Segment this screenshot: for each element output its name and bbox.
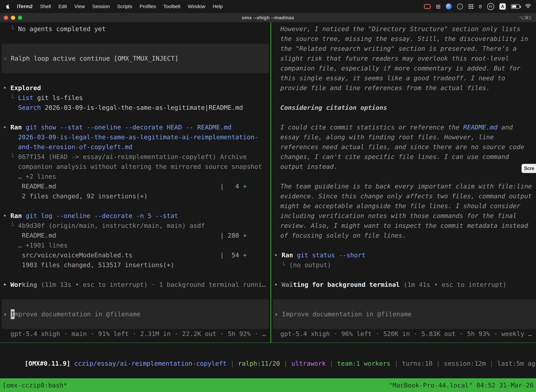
working-status-line: • Working (11m 13s • esc to interrupt) ·… [0, 280, 270, 289]
bullet-icon: • [274, 252, 282, 259]
chevron-icon: › [3, 309, 11, 319]
menu-item-view[interactable]: View [74, 4, 85, 9]
screen-recording-indicator-icon[interactable] [424, 4, 431, 9]
omx-session-label: session:12m [444, 360, 486, 367]
explored-header-line: • Explored [0, 83, 270, 93]
readme-file-link[interactable]: README.md [463, 124, 498, 131]
diffstat-line: README.md | 280 + [0, 231, 270, 240]
dots-grid-icon[interactable] [468, 4, 474, 9]
screen-share-overlay-button[interactable]: Scre [522, 164, 536, 173]
right-terminal-pane[interactable]: However, I noticed the "Directory Struct… [271, 23, 536, 342]
omx-version-label: [OMX#0.11.9] [25, 360, 74, 367]
menu-item-edit[interactable]: Edit [58, 4, 67, 9]
ran-git-status-line: • Ran git status --short [271, 250, 536, 260]
blue-app-icon[interactable] [446, 4, 452, 9]
omx-separator: | [280, 360, 291, 367]
tmux-session-label: [omx-cczip0:bash* [2, 382, 67, 389]
assistant-thinking-paragraph: The team guideline is to back every impo… [271, 182, 536, 240]
omx-branch-label: cczip/essay/ai-reimplementation-copyleft [74, 360, 227, 367]
menu-item-session[interactable]: Session [92, 4, 110, 9]
omx-team-label: team:1 workers [337, 360, 390, 367]
omx-separator: | [326, 360, 337, 367]
apple-icon[interactable] [5, 4, 11, 9]
model-status-line: gpt-5.4 xhigh · 96% left · 520K in · 5.8… [271, 329, 536, 339]
wifi-icon[interactable] [525, 4, 531, 10]
ran-git-log-line: • Ran git log --oneline --decorate -n 5 … [0, 211, 270, 221]
prompt-input[interactable]: › Improve documentation in @filename [273, 299, 536, 329]
window-shortcut-label: ⌥⌘1 [519, 13, 531, 23]
agents-note-line: └ No agents completed yet [0, 24, 270, 34]
explored-search-line: Search 2026-03-09-is-legal-the-same-as-l… [0, 103, 270, 112]
desktop: iTerm2 Shell Edit View Session Scripts P… [0, 0, 536, 392]
omx-status-bar: [OMX#0.11.9] cczip/essay/ai-reimplementa… [2, 349, 536, 359]
battery-percent-badge[interactable]: 61 [487, 3, 494, 10]
window-title: omx --xhigh --madmax [0, 13, 536, 23]
bullet-icon: • [274, 281, 282, 288]
chevron-icon: › [3, 54, 11, 63]
prompt-input[interactable]: › Improve documentation in @filename [2, 299, 269, 329]
diffstat-summary-line: 1903 files changed, 513517 insertions(+) [0, 260, 270, 270]
left-terminal-pane[interactable]: └ No agents completed yet › Ralph loop a… [0, 23, 270, 342]
diffstat-line: src/voice/voiceModeEnabled.ts | 54 + [0, 250, 270, 260]
cmd-output-more-line: … +1901 lines [0, 240, 270, 250]
diffstat-summary-line: 2 files changed, 92 insertions(+) [0, 191, 270, 201]
omx-separator: | [391, 360, 402, 367]
cmd-output-line: └ (no output) [271, 260, 536, 270]
macos-menu-bar: iTerm2 Shell Edit View Session Scripts P… [0, 0, 536, 13]
waiting-status-line: • Waiting for background terminal (1m 41… [271, 280, 536, 289]
tmux-host-clock-label: "MacBook-Pro-44.local" 04:52 31-Mar-26 [389, 382, 534, 389]
explored-list-line: └ List git ls-files [0, 93, 270, 103]
menu-item-toolbelt[interactable]: Toolbelt [163, 4, 180, 9]
input-source-icon[interactable]: A [499, 3, 506, 10]
menu-item-profiles[interactable]: Profiles [140, 4, 156, 9]
omx-turns-label: turns:10 [402, 360, 432, 367]
diffstat-line: README.md | 4 + [0, 182, 270, 191]
menu-item-app[interactable]: iTerm2 [17, 4, 33, 9]
omx-separator: | [227, 360, 238, 367]
omx-separator: | [486, 360, 497, 367]
thinking-section-heading: Considering citation options [271, 103, 536, 112]
dark-app-icon[interactable] [457, 4, 463, 9]
menu-item-window[interactable]: Window [188, 4, 206, 9]
bullet-icon: • [3, 212, 10, 219]
omx-ralph-label: ralph:11/20 [238, 360, 280, 367]
tmux-status-bar: [omx-cczip0:bash* "MacBook-Pro-44.local"… [0, 378, 536, 392]
omx-last-label: last:5m ago [497, 360, 536, 367]
cmd-filename-line: and-the-erosion-of-copyleft.md [0, 142, 270, 152]
numpad-app-icon[interactable]: 8 [479, 4, 482, 9]
cmd-output-line: └ 4b9d30f (origin/main, instructkr/main,… [0, 221, 270, 231]
window-titlebar[interactable]: omx --xhigh --madmax ⌥⌘1 [0, 13, 536, 23]
model-status-line: gpt-5.4 xhigh · main · 91% left · 2.31M … [0, 329, 270, 339]
battery-icon[interactable] [511, 4, 520, 9]
cmd-output-more-line: … +2 lines [0, 172, 270, 182]
assistant-thinking-paragraph: I could cite commit statistics or refere… [271, 122, 536, 172]
menu-item-shell[interactable]: Shell [40, 4, 51, 9]
menu-item-scripts[interactable]: Scripts [117, 4, 132, 9]
bullet-icon: • [3, 124, 10, 131]
bullet-icon: • [3, 281, 10, 288]
ralph-loop-banner: › Ralph loop active continue [OMX_TMUX_I… [2, 44, 269, 73]
chevron-icon: › [274, 309, 282, 319]
ran-git-show-line: • Ran git show --stat --oneline --decora… [0, 122, 270, 132]
omx-separator: | [432, 360, 444, 367]
bullet-icon: • [3, 84, 10, 92]
omx-mode-label: ultrawork [291, 360, 326, 367]
assistant-thinking-paragraph: However, I noticed the "Directory Struct… [271, 24, 536, 93]
terminal-window: └ No agents completed yet › Ralph loop a… [0, 23, 536, 378]
cmd-output-line: └ 067f154 (HEAD -> essay/ai-reimplementa… [0, 152, 270, 162]
cmd-output-line: companion analysis without altering the … [0, 162, 270, 172]
text-cursor: I [11, 309, 14, 319]
status-divider [0, 342, 536, 343]
cmd-filename-line: 2026-03-09-is-legal-the-same-as-legitima… [0, 132, 270, 142]
grid-icon[interactable]: ⊞ [436, 4, 441, 9]
menu-item-help[interactable]: Help [213, 4, 223, 9]
